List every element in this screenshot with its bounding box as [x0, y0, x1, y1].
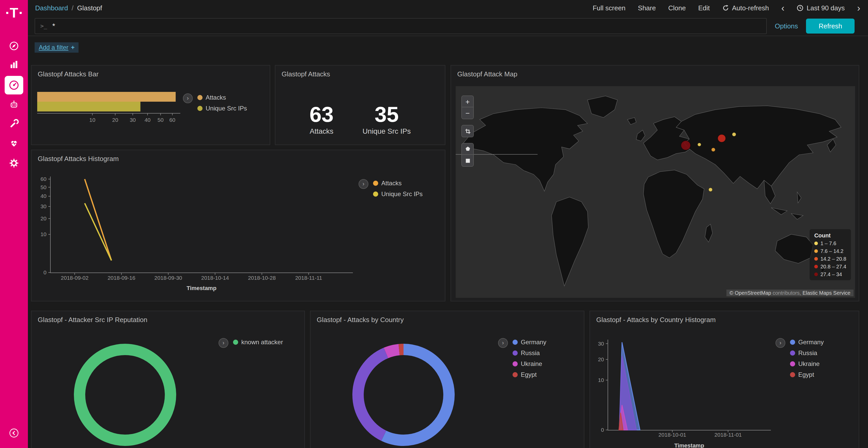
legend-item[interactable]: Germany — [513, 339, 547, 346]
metric-value: 35 — [363, 104, 411, 126]
legend-item[interactable]: Attacks — [197, 94, 247, 101]
svg-text:2018-11-11: 2018-11-11 — [295, 275, 322, 281]
clone-button[interactable]: Clone — [668, 4, 686, 12]
legend-color-dot — [513, 361, 518, 367]
panel-attacks-by-country: Glastopf - Attacks by Country › GermanyR… — [310, 311, 584, 448]
sidebar-item-visualize[interactable] — [5, 55, 23, 74]
legend-toggle-icon[interactable]: › — [219, 338, 228, 348]
refresh-cycle-icon — [722, 5, 729, 11]
sidebar-item-collapse[interactable] — [5, 424, 23, 442]
svg-text:2018-10-28: 2018-10-28 — [248, 275, 276, 281]
breadcrumb-dashboard-link[interactable]: Dashboard — [35, 4, 68, 12]
edit-button[interactable]: Edit — [698, 4, 710, 12]
crop-icon — [464, 128, 471, 134]
map-legend-dot — [814, 265, 818, 268]
svg-text:2018-10-01: 2018-10-01 — [658, 432, 686, 438]
world-map[interactable]: + − — [456, 86, 855, 298]
legend-label: Ukraine — [521, 360, 542, 368]
topbar-actions: Full screen Share Clone Edit Auto-refres… — [593, 3, 860, 13]
sidebar-item-management[interactable] — [5, 154, 23, 172]
panel-title: Glastopf - Attacker Src IP Reputation — [32, 311, 304, 323]
options-link[interactable]: Options — [775, 22, 798, 30]
map-legend-entry: 1 – 7.6 — [814, 241, 846, 246]
sidebar-item-dev-tools[interactable] — [5, 114, 23, 133]
svg-text:2018-10-14: 2018-10-14 — [201, 275, 229, 281]
map-legend-entry: 20.8 – 27.4 — [814, 264, 846, 269]
refresh-button[interactable]: Refresh — [806, 18, 855, 33]
legend-label: Russia — [521, 349, 540, 357]
legend-item[interactable]: Ukraine — [513, 360, 547, 368]
draw-polygon-button[interactable] — [462, 143, 473, 155]
time-range-picker[interactable]: Last 90 days — [797, 4, 845, 12]
add-filter-button[interactable]: Add a filter + — [35, 42, 79, 53]
panel-attack-map: Glastopf Attack Map — [451, 65, 859, 302]
bar-chart-icon — [9, 59, 19, 70]
legend-item[interactable]: known attacker — [233, 339, 283, 346]
legend-color-dot — [197, 95, 203, 100]
panel-attacks-metric: Glastopf Attacks 63 Attacks 35 Unique Sr… — [275, 65, 445, 145]
metric-unique-src-ips: 35 Unique Src IPs — [363, 104, 411, 135]
console-prompt-icon: >_ — [40, 23, 47, 29]
elastic-maps-service-link[interactable]: Elastic Maps Service — [802, 290, 850, 296]
sidebar-item-monitoring[interactable] — [5, 134, 23, 152]
legend-toggle-icon[interactable]: › — [776, 338, 785, 348]
legend-item[interactable]: Attacks — [373, 180, 423, 187]
legend-item[interactable]: Egypt — [513, 371, 547, 378]
search-input[interactable]: >_ * — [35, 18, 767, 34]
reputation-donut-chart — [73, 343, 177, 448]
telekom-logo: T — [0, 4, 28, 22]
map-legend-label: 7.6 – 14.2 — [820, 248, 843, 254]
metric-value: 63 — [309, 104, 334, 126]
svg-text:20: 20 — [40, 215, 46, 221]
svg-text:60: 60 — [40, 176, 46, 182]
gear-icon — [9, 158, 19, 168]
fit-bounds-button[interactable] — [462, 126, 473, 137]
legend-toggle-icon[interactable]: › — [359, 179, 368, 189]
map-count-legend: Count 1 – 7.67.6 – 14.214.2 – 20.820.8 –… — [810, 229, 851, 280]
svg-text:Timestamp: Timestamp — [674, 442, 704, 448]
country-histogram-chart: 01020302018-10-012018-11-01Timestamp — [597, 336, 778, 448]
legend-item[interactable]: Germany — [790, 339, 824, 346]
legend-item[interactable]: Russia — [513, 349, 547, 357]
chart-legend: › GermanyRussiaUkraineEgypt — [498, 338, 547, 378]
zoom-in-button[interactable]: + — [462, 96, 473, 107]
svg-text:2018-09-02: 2018-09-02 — [61, 275, 88, 281]
map-legend-label: 14.2 – 20.8 — [820, 256, 846, 262]
legend-item[interactable]: Unique Src IPs — [197, 105, 247, 112]
map-legend-label: 1 – 7.6 — [820, 241, 836, 246]
logo-dot-right — [20, 12, 22, 14]
time-back-chevron[interactable]: ‹ — [781, 3, 784, 13]
compass-icon — [9, 41, 19, 51]
zoom-out-button[interactable]: − — [462, 107, 473, 119]
country-donut-chart — [352, 343, 455, 448]
rectangle-icon — [464, 157, 471, 164]
full-screen-button[interactable]: Full screen — [593, 4, 625, 12]
metric-label: Attacks — [309, 127, 334, 135]
legend-label: Russia — [798, 349, 817, 357]
legend-toggle-icon[interactable]: › — [498, 338, 508, 348]
openstreetmap-link[interactable]: OpenStreetMap — [735, 290, 771, 296]
time-forward-chevron[interactable]: › — [857, 3, 860, 13]
draw-rectangle-button[interactable] — [462, 155, 473, 166]
legend-item[interactable]: Russia — [790, 349, 824, 357]
logo-dot-left — [6, 12, 8, 14]
map-controls: + − — [461, 96, 474, 167]
legend-item[interactable]: Egypt — [790, 371, 824, 378]
logo-letter: T — [10, 6, 18, 20]
robot-icon — [9, 99, 19, 109]
sidebar-item-dashboard[interactable] — [5, 76, 23, 95]
legend-label: Unique Src IPs — [206, 105, 247, 112]
map-legend-dot — [814, 249, 818, 253]
auto-refresh-button[interactable]: Auto-refresh — [722, 4, 769, 12]
map-legend-label: 20.8 – 27.4 — [820, 264, 846, 269]
share-button[interactable]: Share — [638, 4, 656, 12]
legend-item[interactable]: Unique Src IPs — [373, 191, 423, 198]
svg-text:2018-09-16: 2018-09-16 — [107, 275, 135, 281]
legend-item[interactable]: Ukraine — [790, 360, 824, 368]
attacks-histogram-chart: 01020304050602018-09-022018-09-162018-09… — [39, 176, 362, 299]
sidebar-item-tpot[interactable] — [5, 95, 23, 113]
legend-toggle-icon[interactable]: › — [183, 94, 193, 103]
sidebar-item-discover[interactable] — [5, 37, 23, 55]
svg-text:0: 0 — [601, 427, 604, 433]
svg-text:40: 40 — [145, 117, 150, 123]
